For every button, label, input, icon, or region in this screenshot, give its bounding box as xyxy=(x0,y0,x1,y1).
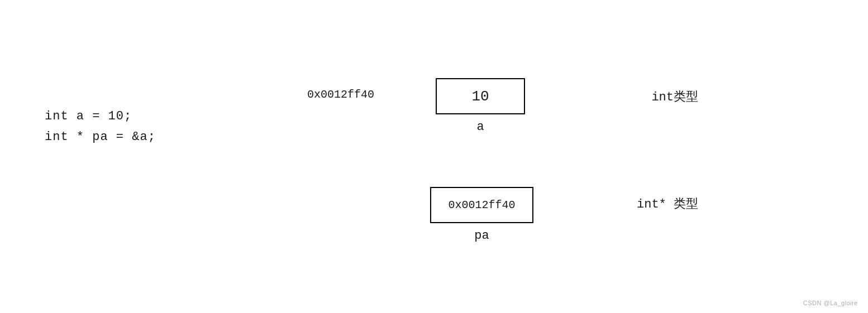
watermark: CSDN @La_gloire xyxy=(803,300,858,306)
code-section: int a = 10; int * pa = &a; xyxy=(45,106,156,148)
box-pa-value: 0x0012ff40 xyxy=(448,199,515,211)
variable-label-a: a xyxy=(436,120,525,134)
type-label-pa: int* 类型 xyxy=(637,195,698,212)
memory-box-a: 10 xyxy=(436,78,525,114)
code-line-2: int * pa = &a; xyxy=(45,127,156,147)
address-label-a: 0x0012ff40 xyxy=(307,88,374,101)
variable-label-pa: pa xyxy=(430,229,533,243)
memory-box-pa: 0x0012ff40 xyxy=(430,187,533,223)
code-line-1: int a = 10; xyxy=(45,106,156,127)
type-label-a: int类型 xyxy=(651,88,698,105)
box-a-value: 10 xyxy=(471,88,489,105)
